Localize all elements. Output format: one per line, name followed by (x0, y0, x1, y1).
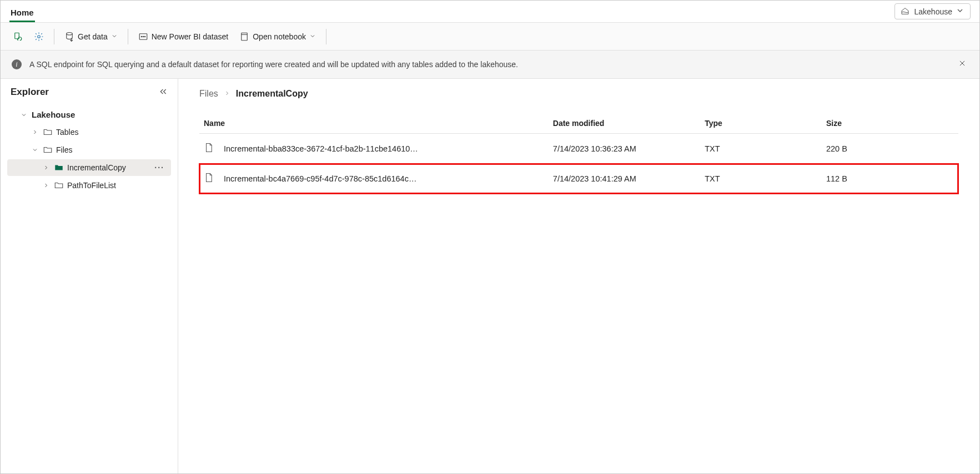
table-row[interactable]: Incremental-bba833ce-3672-41cf-ba2b-11cb… (199, 134, 958, 164)
notebook-icon (239, 32, 249, 42)
file-name: Incremental-bc4a7669-c95f-4d7c-978c-85c1… (224, 174, 416, 183)
content-area: Files IncrementalCopy Name Date modified… (178, 79, 979, 473)
chevron-down-icon (309, 32, 316, 41)
chevron-down-icon (956, 6, 964, 17)
svg-point-6 (144, 36, 145, 37)
open-notebook-button[interactable]: Open notebook (235, 28, 320, 45)
folder-icon (43, 127, 53, 137)
new-dataset-label: New Power BI dataset (152, 32, 229, 41)
breadcrumb-current: IncrementalCopy (236, 89, 308, 99)
toolbar: Get data New Power BI dataset (1, 23, 979, 51)
chevron-right-icon (224, 89, 230, 99)
settings-button[interactable] (29, 28, 48, 45)
tree-item-label: Tables (56, 128, 78, 137)
file-icon (204, 172, 214, 185)
chevron-down-icon (31, 147, 39, 153)
get-data-label: Get data (78, 32, 108, 41)
table-row[interactable]: Incremental-bc4a7669-c95f-4d7c-978c-85c1… (199, 164, 958, 194)
notification-bar: i A SQL endpoint for SQL querying and a … (1, 51, 979, 79)
close-icon (958, 59, 966, 69)
tree-item-label: PathToFileList (67, 181, 116, 190)
chevron-down-icon (111, 32, 118, 41)
tab-home[interactable]: Home (9, 3, 35, 22)
toolbar-divider (54, 29, 54, 44)
chevron-double-left-icon (159, 89, 168, 98)
svg-point-4 (141, 36, 142, 37)
titlebar-left: Home (9, 1, 35, 22)
folder-icon (43, 145, 53, 155)
close-notification-button[interactable] (956, 57, 968, 72)
tree-item-pathtofilelist[interactable]: PathToFileList (7, 177, 171, 194)
col-header-date[interactable]: Date modified (549, 113, 700, 134)
file-name: Incremental-bba833ce-3672-41cf-ba2b-11cb… (224, 144, 418, 153)
folder-icon (54, 180, 64, 190)
tree-item-tables[interactable]: Tables (7, 124, 171, 140)
chevron-right-icon (42, 182, 51, 189)
col-header-size[interactable]: Size (822, 113, 958, 134)
more-options-button[interactable]: ··· (154, 163, 167, 172)
refresh-button[interactable] (8, 28, 27, 45)
breadcrumb-files[interactable]: Files (199, 89, 218, 99)
tree-root-lakehouse[interactable]: Lakehouse (7, 107, 171, 123)
col-header-type[interactable]: Type (700, 113, 822, 134)
dataset-icon (138, 32, 148, 42)
breadcrumb: Files IncrementalCopy (199, 89, 958, 99)
notification-text: A SQL endpoint for SQL querying and a de… (29, 60, 518, 69)
file-date: 7/14/2023 10:41:29 AM (549, 164, 700, 194)
file-icon (204, 142, 214, 155)
new-dataset-button[interactable]: New Power BI dataset (134, 28, 233, 45)
tree-item-label: IncrementalCopy (67, 163, 126, 172)
svg-rect-7 (242, 33, 248, 41)
main-area: Explorer Lakehouse (1, 79, 979, 473)
col-header-name[interactable]: Name (199, 113, 549, 134)
chevron-right-icon (42, 164, 51, 171)
file-date: 7/14/2023 10:36:23 AM (549, 134, 700, 164)
gear-icon (34, 32, 44, 42)
file-size: 112 B (822, 164, 958, 194)
notification-content: i A SQL endpoint for SQL querying and a … (12, 59, 518, 69)
app-root: Home Lakehouse (0, 0, 980, 474)
mode-label: Lakehouse (914, 7, 952, 16)
collapse-explorer-button[interactable] (159, 87, 168, 98)
table-header-row: Name Date modified Type Size (199, 113, 958, 134)
explorer-header: Explorer (1, 79, 178, 103)
open-notebook-label: Open notebook (253, 32, 306, 41)
chevron-down-icon (19, 112, 28, 118)
toolbar-divider (326, 29, 326, 44)
info-icon: i (12, 59, 22, 69)
file-size: 220 B (822, 134, 958, 164)
mode-switcher[interactable]: Lakehouse (894, 3, 971, 19)
svg-point-5 (143, 36, 144, 37)
explorer-tree: Lakehouse Tables (1, 103, 178, 197)
tree-root-label: Lakehouse (32, 110, 75, 119)
toolbar-divider (128, 29, 128, 44)
file-type: TXT (700, 134, 822, 164)
explorer-title: Explorer (11, 87, 49, 98)
tree-item-incrementalcopy[interactable]: IncrementalCopy ··· (7, 159, 171, 176)
database-icon (64, 32, 74, 42)
tree-item-label: Files (56, 145, 73, 154)
chevron-right-icon (31, 129, 39, 135)
svg-point-2 (67, 32, 73, 35)
titlebar: Home Lakehouse (1, 1, 979, 23)
folder-solid-icon (54, 163, 64, 173)
refresh-icon (13, 32, 23, 42)
lakehouse-icon (901, 7, 911, 17)
explorer-panel: Explorer Lakehouse (1, 79, 178, 473)
files-table: Name Date modified Type Size Incremental… (199, 113, 958, 194)
file-type: TXT (700, 164, 822, 194)
get-data-button[interactable]: Get data (60, 28, 122, 45)
tree-item-files[interactable]: Files (7, 142, 171, 158)
svg-point-1 (38, 35, 41, 38)
